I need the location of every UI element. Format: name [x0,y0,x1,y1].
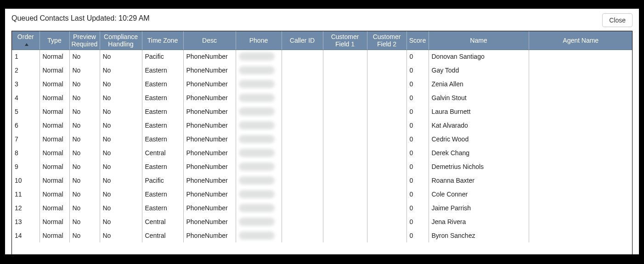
redacted-phone [239,231,275,240]
cell-agent_name [529,146,633,160]
cell-agent_name [529,174,633,187]
cell-caller_id [282,77,323,91]
cell-score: 0 [407,50,429,63]
col-header-type[interactable]: Type [40,31,69,50]
table-row[interactable]: 5NormalNoNoEasternPhoneNumber0Laura Burn… [12,105,633,118]
cell-time_zone: Eastern [142,160,183,174]
cell-phone [236,132,282,146]
table-row[interactable]: 9NormalNoNoEasternPhoneNumber0Demetrius … [12,160,633,174]
cell-score: 0 [407,146,429,160]
cell-order: 13 [12,215,40,229]
table-row[interactable]: 7NormalNoNoEasternPhoneNumber0Cedric Woo… [12,132,633,146]
queued-contacts-table: Order Type Preview Required Compliance H… [12,31,633,242]
cell-agent_name [529,105,633,118]
cell-preview_required: No [69,174,100,187]
cell-cf1 [323,50,367,63]
cell-order: 7 [12,132,40,146]
cell-caller_id [282,160,323,174]
col-header-time-zone[interactable]: Time Zone [142,31,183,50]
cell-preview_required: No [69,50,100,63]
redacted-phone [239,52,275,61]
cell-caller_id [282,187,323,201]
cell-compliance_handling: No [100,63,142,77]
col-header-caller-id[interactable]: Caller ID [282,31,323,50]
cell-score: 0 [407,174,429,187]
col-header-phone[interactable]: Phone [236,31,282,50]
cell-cf2 [367,77,407,91]
table-row[interactable]: 4NormalNoNoEasternPhoneNumber0Galvin Sto… [12,91,633,105]
cell-type: Normal [40,215,69,229]
close-button[interactable]: Close [602,13,633,27]
col-header-label: Order [17,33,34,40]
cell-name: Galvin Stout [429,91,529,105]
redacted-phone [239,80,275,88]
redacted-phone [239,135,275,143]
table-row[interactable]: 11NormalNoNoEasternPhoneNumber0Cole Conn… [12,187,633,201]
cell-name: Gay Todd [429,63,529,77]
cell-type: Normal [40,146,69,160]
cell-type: Normal [40,174,69,187]
cell-compliance_handling: No [100,174,142,187]
cell-time_zone: Eastern [142,91,183,105]
cell-preview_required: No [69,146,100,160]
cell-agent_name [529,160,633,174]
cell-preview_required: No [69,77,100,91]
table-row[interactable]: 10NormalNoNoPacificPhoneNumber0Roanna Ba… [12,174,633,187]
queued-contacts-table-wrap: Order Type Preview Required Compliance H… [11,31,633,254]
col-header-preview-required[interactable]: Preview Required [69,31,100,50]
cell-agent_name [529,187,633,201]
cell-order: 10 [12,174,40,187]
redacted-phone [239,107,275,116]
table-body: 1NormalNoNoPacificPhoneNumber0Donovan Sa… [12,50,633,242]
cell-score: 0 [407,229,429,242]
cell-type: Normal [40,91,69,105]
page-title: Queued Contacts Last Updated: 10:29 AM [11,13,150,22]
cell-desc: PhoneNumber [183,50,236,63]
cell-desc: PhoneNumber [183,105,236,118]
cell-time_zone: Eastern [142,118,183,132]
col-header-agent-name[interactable]: Agent Name [529,31,633,50]
cell-cf2 [367,50,407,63]
cell-name: Laura Burnett [429,105,529,118]
col-header-customer-field-1[interactable]: Customer Field 1 [323,31,367,50]
table-row[interactable]: 12NormalNoNoEasternPhoneNumber0Jaime Par… [12,201,633,215]
col-header-customer-field-2[interactable]: Customer Field 2 [367,31,407,50]
redacted-phone [239,163,275,171]
cell-compliance_handling: No [100,187,142,201]
cell-cf2 [367,63,407,77]
redacted-phone [239,66,275,74]
table-row[interactable]: 2NormalNoNoEasternPhoneNumber0Gay Todd [12,63,633,77]
cell-time_zone: Eastern [142,132,183,146]
cell-desc: PhoneNumber [183,215,236,229]
cell-preview_required: No [69,132,100,146]
cell-order: 14 [12,229,40,242]
col-header-order[interactable]: Order [12,31,40,50]
cell-order: 12 [12,201,40,215]
cell-phone [236,63,282,77]
table-row[interactable]: 3NormalNoNoEasternPhoneNumber0Zenia Alle… [12,77,633,91]
cell-preview_required: No [69,105,100,118]
table-row[interactable]: 14NormalNoNoCentralPhoneNumber0Byron San… [12,229,633,242]
cell-name: Kat Alvarado [429,118,529,132]
table-row[interactable]: 13NormalNoNoCentralPhoneNumber0Jena Rive… [12,215,633,229]
cell-desc: PhoneNumber [183,229,236,242]
cell-agent_name [529,215,633,229]
cell-time_zone: Central [142,215,183,229]
cell-phone [236,174,282,187]
table-row[interactable]: 8NormalNoNoCentralPhoneNumber0Derek Chan… [12,146,633,160]
cell-time_zone: Central [142,229,183,242]
cell-order: 5 [12,105,40,118]
col-header-name[interactable]: Name [429,31,529,50]
redacted-phone [239,204,275,212]
cell-desc: PhoneNumber [183,201,236,215]
cell-compliance_handling: No [100,50,142,63]
cell-name: Byron Sanchez [429,229,529,242]
table-row[interactable]: 1NormalNoNoPacificPhoneNumber0Donovan Sa… [12,50,633,63]
col-header-compliance-handling[interactable]: Compliance Handling [100,31,142,50]
table-row[interactable]: 6NormalNoNoEasternPhoneNumber0Kat Alvara… [12,118,633,132]
col-header-desc[interactable]: Desc [183,31,236,50]
cell-desc: PhoneNumber [183,118,236,132]
cell-caller_id [282,118,323,132]
col-header-score[interactable]: Score [407,31,429,50]
cell-phone [236,146,282,160]
